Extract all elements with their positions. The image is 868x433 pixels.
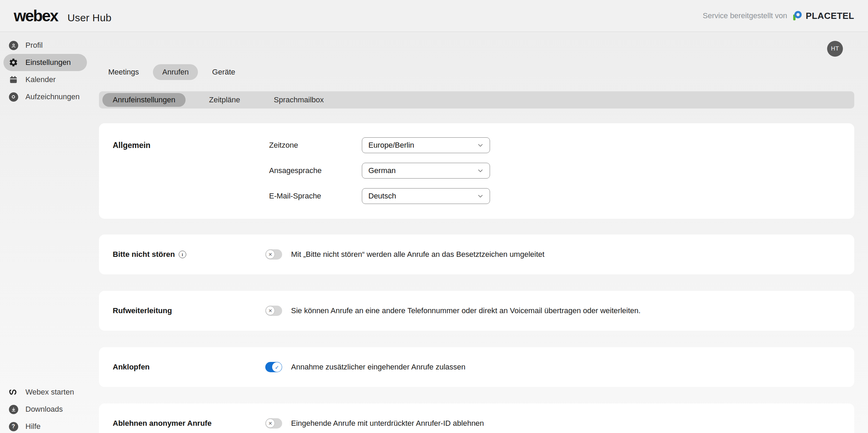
form-row-email-sprache: E-Mail-Sprache Deutsch bbox=[269, 188, 841, 204]
tab-label: Meetings bbox=[108, 68, 139, 76]
help-icon: ? bbox=[8, 421, 19, 432]
email-language-select[interactable]: Deutsch bbox=[362, 188, 490, 204]
call-forwarding-toggle[interactable]: ✕ bbox=[265, 306, 282, 316]
sidebar-item-label: Einstellungen bbox=[25, 58, 71, 67]
chevron-down-icon bbox=[477, 192, 484, 200]
select-value: Europe/Berlin bbox=[368, 141, 414, 150]
info-icon[interactable]: i bbox=[179, 251, 186, 258]
main-content: HT Meetings Anrufen Geräte Anrufeinstell… bbox=[99, 32, 868, 433]
sidebar-item-kalender[interactable]: Kalender bbox=[3, 71, 87, 88]
form-row-ansagesprache: Ansagesprache German bbox=[269, 163, 841, 179]
card-title: Rufweiterleitung bbox=[113, 306, 172, 315]
tab-meetings[interactable]: Meetings bbox=[99, 64, 148, 80]
provider-name: PLACETEL bbox=[806, 11, 854, 21]
sidebar-item-label: Hilfe bbox=[25, 422, 41, 431]
toggle-description: Mit „Bitte nicht stören“ werden alle Anr… bbox=[291, 250, 544, 259]
general-form: Zeitzone Europe/Berlin Ansagesprache Ger… bbox=[269, 137, 841, 219]
sidebar-footer: Webex starten Downloads ? Hilfe bbox=[0, 384, 99, 433]
card-title: Ablehnen anonymer Anrufe bbox=[113, 419, 212, 428]
announcement-language-select[interactable]: German bbox=[362, 163, 490, 179]
field-label: E-Mail-Sprache bbox=[269, 192, 362, 201]
provider-logo: PLACETEL bbox=[792, 10, 854, 21]
placetel-icon bbox=[792, 10, 803, 21]
profile-icon bbox=[8, 40, 19, 50]
recordings-icon bbox=[8, 92, 19, 102]
anonymous-call-rejection-card: Ablehnen anonymer Anrufe ✕ Eingehende An… bbox=[99, 403, 854, 433]
chevron-down-icon bbox=[477, 141, 484, 149]
sidebar-item-einstellungen[interactable]: Einstellungen bbox=[3, 54, 87, 71]
toggle-description: Eingehende Anrufe mit unterdrückter Anru… bbox=[291, 419, 484, 428]
card-title: Anklopfen bbox=[113, 363, 150, 372]
select-value: German bbox=[368, 166, 396, 175]
sidebar-item-profil[interactable]: Profil bbox=[3, 37, 87, 54]
sidebar-item-label: Downloads bbox=[25, 405, 63, 414]
sidebar-item-webex-starten[interactable]: Webex starten bbox=[3, 384, 87, 401]
subtab-bar: Anrufeinstellungen Zeitpläne Sprachmailb… bbox=[99, 91, 854, 109]
chevron-down-icon bbox=[477, 167, 484, 174]
select-value: Deutsch bbox=[368, 192, 396, 201]
webex-logo: webex bbox=[14, 7, 58, 25]
call-forwarding-card: Rufweiterleitung ✕ Sie können Anrufe an … bbox=[99, 291, 854, 331]
anonymous-call-rejection-toggle[interactable]: ✕ bbox=[265, 418, 282, 429]
page-title: User Hub bbox=[67, 12, 111, 24]
tab-anrufen[interactable]: Anrufen bbox=[153, 64, 198, 80]
subtab-label: Sprachmailbox bbox=[274, 95, 324, 104]
service-note: Service bereitgestellt von bbox=[703, 11, 787, 20]
gear-icon bbox=[8, 57, 19, 68]
sidebar-item-hilfe[interactable]: ? Hilfe bbox=[3, 418, 87, 433]
sidebar-item-label: Kalender bbox=[25, 75, 56, 84]
avatar-initials: HT bbox=[831, 45, 839, 52]
call-waiting-toggle[interactable]: ✓ bbox=[265, 362, 282, 372]
toggle-description: Annahme zusätzlicher eingehender Anrufe … bbox=[291, 363, 466, 372]
tab-label: Geräte bbox=[212, 68, 235, 76]
general-settings-card: Allgemein Zeitzone Europe/Berlin Ansages… bbox=[99, 123, 854, 219]
field-label: Ansagesprache bbox=[269, 166, 362, 175]
toggle-off-icon: ✕ bbox=[268, 308, 272, 313]
form-row-zeitzone: Zeitzone Europe/Berlin bbox=[269, 137, 841, 153]
dnd-card: Bitte nicht stören i ✕ Mit „Bitte nicht … bbox=[99, 235, 854, 274]
calendar-icon bbox=[8, 75, 19, 85]
sidebar-item-label: Webex starten bbox=[25, 388, 74, 397]
subtab-label: Zeitpläne bbox=[209, 95, 240, 104]
sidebar-item-aufzeichnungen[interactable]: Aufzeichnungen bbox=[3, 88, 87, 105]
sidebar-item-label: Profil bbox=[25, 41, 43, 50]
toggle-description: Sie können Anrufe an eine andere Telefon… bbox=[291, 306, 641, 315]
sidebar-item-downloads[interactable]: Downloads bbox=[3, 401, 87, 418]
avatar[interactable]: HT bbox=[827, 41, 843, 57]
tab-bar: Meetings Anrufen Geräte bbox=[99, 64, 854, 80]
toggle-on-icon: ✓ bbox=[275, 365, 279, 370]
subtab-sprachmailbox[interactable]: Sprachmailbox bbox=[264, 93, 334, 107]
card-title: Allgemein bbox=[113, 137, 269, 219]
field-label: Zeitzone bbox=[269, 141, 362, 150]
call-waiting-card: Anklopfen ✓ Annahme zusätzlicher eingehe… bbox=[99, 347, 854, 387]
brand: webex User Hub bbox=[14, 7, 111, 25]
toggle-off-icon: ✕ bbox=[268, 421, 272, 426]
sidebar-item-label: Aufzeichnungen bbox=[25, 92, 80, 101]
webex-logo-icon bbox=[8, 387, 19, 397]
subtab-zeitplaene[interactable]: Zeitpläne bbox=[199, 93, 251, 107]
tab-geraete[interactable]: Geräte bbox=[203, 64, 244, 80]
sidebar: Profil Einstellungen Kalender bbox=[0, 32, 99, 433]
dnd-toggle[interactable]: ✕ bbox=[265, 249, 282, 260]
header-right: Service bereitgestellt von PLACETEL bbox=[703, 10, 854, 21]
subtab-anrufeinstellungen[interactable]: Anrufeinstellungen bbox=[102, 93, 186, 107]
timezone-select[interactable]: Europe/Berlin bbox=[362, 137, 490, 153]
download-icon bbox=[8, 404, 19, 414]
subtab-label: Anrufeinstellungen bbox=[113, 95, 175, 104]
toggle-off-icon: ✕ bbox=[268, 252, 272, 257]
card-title: Bitte nicht stören bbox=[113, 250, 175, 259]
top-header: webex User Hub Service bereitgestellt vo… bbox=[0, 0, 868, 32]
tab-label: Anrufen bbox=[162, 68, 189, 76]
